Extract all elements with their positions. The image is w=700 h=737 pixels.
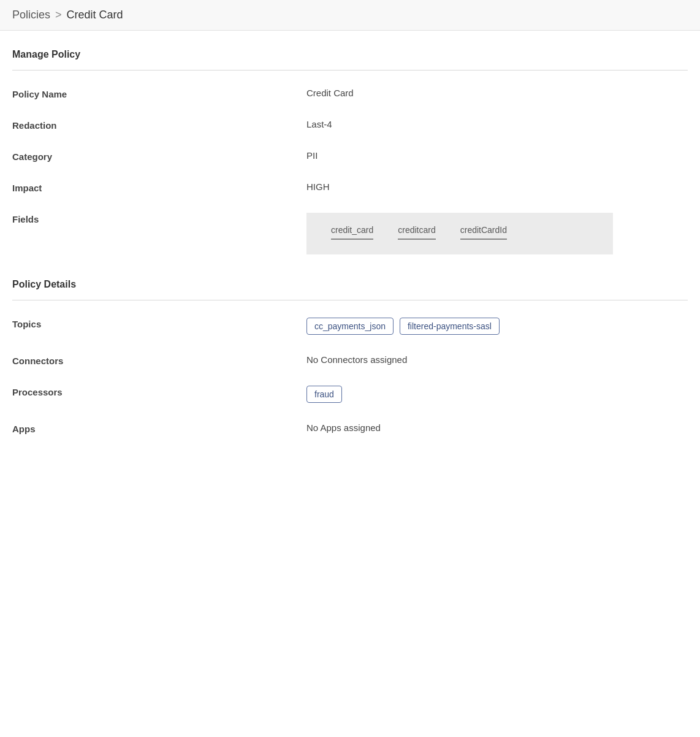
fields-tags-container: credit_card creditcard creditCardId [306,213,613,254]
category-value: PII [306,150,318,161]
connectors-row: Connectors No Connectors assigned [12,354,688,366]
policy-name-row: Policy Name Credit Card [12,88,688,99]
breadcrumb-parent[interactable]: Policies [12,9,50,21]
category-row: Category PII [12,150,688,162]
processors-row: Processors fraud [12,386,688,403]
field-tag-creditcardid: creditCardId [448,223,519,245]
impact-value: HIGH [306,181,330,192]
apps-value: No Apps assigned [306,422,381,433]
topics-row: Topics cc_payments_json filtered-payment… [12,318,688,335]
policy-details-title: Policy Details [12,279,688,290]
category-label: Category [12,150,306,162]
redaction-row: Redaction Last-4 [12,119,688,131]
manage-policy-title: Manage Policy [12,49,688,60]
topic-tag-cc-payments[interactable]: cc_payments_json [306,318,394,335]
redaction-value: Last-4 [306,119,332,129]
policy-name-value: Credit Card [306,88,354,98]
topics-container: cc_payments_json filtered-payments-sasl [306,318,500,335]
policy-name-label: Policy Name [12,88,306,99]
policy-details-divider [12,300,688,300]
topic-tag-filtered-payments[interactable]: filtered-payments-sasl [400,318,500,335]
field-tag-text: creditcard [398,225,435,235]
processors-label: Processors [12,386,306,397]
impact-row: Impact HIGH [12,181,688,193]
page-content: Manage Policy Policy Name Credit Card Re… [0,31,700,472]
impact-label: Impact [12,181,306,193]
field-tag-creditcard: creditcard [386,223,447,245]
processors-container: fraud [306,386,342,403]
field-tag-underline [331,239,373,240]
breadcrumb: Policies > Credit Card [0,0,700,31]
policy-details-section: Policy Details Topics cc_payments_json f… [12,279,688,434]
fields-row: Fields credit_card creditcard creditCard… [12,213,688,254]
processor-tag-fraud[interactable]: fraud [306,386,342,403]
topics-label: Topics [12,318,306,329]
apps-row: Apps No Apps assigned [12,422,688,434]
field-tag-underline [460,239,507,240]
field-tag-text: credit_card [331,225,373,235]
field-tag-underline [398,239,435,240]
connectors-label: Connectors [12,354,306,366]
field-tag-credit-card: credit_card [319,223,386,245]
field-tag-text: creditCardId [460,225,507,235]
connectors-value: No Connectors assigned [306,354,407,365]
redaction-label: Redaction [12,119,306,131]
manage-policy-divider [12,70,688,71]
breadcrumb-separator: > [55,9,62,21]
apps-label: Apps [12,422,306,434]
manage-policy-section: Manage Policy Policy Name Credit Card Re… [12,49,688,254]
breadcrumb-current: Credit Card [67,9,123,21]
fields-label: Fields [12,213,306,224]
